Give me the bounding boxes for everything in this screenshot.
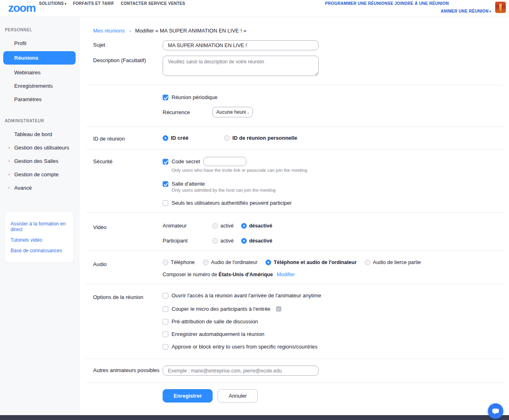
nav-solutions[interactable]: SOLUTIONS▾	[39, 1, 66, 6]
dial-in-country: États-Unis d'Amérique	[219, 272, 273, 277]
waiting-room-row[interactable]: Salle d'attente	[163, 181, 501, 187]
geo-restrict-checkbox[interactable]	[163, 344, 168, 350]
meeting-id-generated-option[interactable]: ID créé	[163, 135, 188, 141]
audio-both-option[interactable]: Téléphone et audio de l'ordinateur	[265, 260, 357, 265]
user-avatar[interactable]	[495, 2, 506, 13]
description-textarea[interactable]	[163, 56, 319, 76]
join-meeting-link[interactable]: SE JOINDRE À UNE RÉUNION	[387, 1, 449, 6]
video-label: Vidéo	[93, 223, 163, 244]
video-host-on-radio[interactable]	[212, 223, 218, 229]
meeting-options-label: Options de la réunion	[93, 292, 163, 350]
auth-only-label: Seuls les utilisateurs authentifiés peuv…	[172, 200, 292, 206]
recurrence-select[interactable]: Aucune heure fixe ⌄	[212, 107, 253, 117]
sidebar-section-personal: PERSONNEL	[0, 25, 79, 36]
sidebar-item-tableau-de-bord[interactable]: Tableau de bord	[3, 128, 76, 141]
video-participant-on-option[interactable]: activé	[212, 238, 234, 244]
info-badge-icon	[276, 306, 281, 312]
waiting-room-checkbox[interactable]	[163, 181, 168, 187]
top-nav: SOLUTIONS▾ FORFAITS ET TARIF CONTACTER S…	[39, 1, 185, 6]
breakout-preassign-checkbox[interactable]	[163, 319, 168, 325]
meeting-options-section: Options de la réunion Ouvrir l'accès à l…	[79, 284, 509, 353]
subject-row: Sujet	[79, 40, 509, 50]
join-before-host-checkbox[interactable]	[163, 293, 168, 299]
zoom-logo[interactable]: zoom	[8, 2, 35, 15]
video-host-label: Animateur	[163, 223, 212, 229]
security-label: Sécurité	[93, 157, 163, 206]
audio-both-radio[interactable]	[265, 260, 271, 265]
video-host-off-radio[interactable]	[241, 223, 247, 229]
option-breakout-preassign[interactable]: Pré-attribution de salle de discussion	[163, 318, 501, 325]
audio-computer-radio[interactable]	[203, 260, 209, 265]
link-video-tutorials[interactable]: Tutoriels vidéo	[11, 235, 67, 245]
passcode-helper: Only users who have the invite link or p…	[172, 168, 501, 173]
recurrence-section-label	[93, 94, 163, 117]
chevron-down-icon: ⌄	[247, 110, 250, 115]
nav-contact-sales[interactable]: CONTACTER SERVICE VENTES	[121, 1, 185, 6]
nav-plans-pricing[interactable]: FORFAITS ET TARIF	[73, 1, 114, 6]
option-join-before-host[interactable]: Ouvrir l'accès à la réunion avant l'arri…	[163, 292, 501, 299]
chevron-right-icon: ›	[8, 158, 10, 164]
sidebar-item-gestion-salles[interactable]: ›Gestion des Salles	[3, 155, 76, 167]
auth-only-row[interactable]: Seuls les utilisateurs authentifiés peuv…	[163, 200, 501, 206]
host-meeting-menu: ANIMER UNE RÉUNION▾	[441, 7, 491, 14]
save-button[interactable]: Enregistrer	[163, 389, 213, 403]
audio-telephone-option[interactable]: Téléphone	[163, 260, 195, 265]
sidebar-item-parametres[interactable]: Paramètres	[3, 93, 76, 106]
cancel-button[interactable]: Annuler	[218, 389, 258, 403]
periodic-meeting-checkbox[interactable]	[163, 95, 168, 100]
help-links-card: Assister à la formation en direct Tutori…	[5, 212, 73, 262]
footer-bar	[0, 415, 509, 420]
option-geo-restrict[interactable]: Approve or block entry to users from spe…	[163, 344, 501, 350]
subject-input[interactable]	[163, 40, 319, 50]
breadcrumb-my-meetings[interactable]: Mes réunions	[93, 28, 125, 34]
chat-fab-button[interactable]	[488, 403, 503, 419]
mute-on-entry-checkbox[interactable]	[163, 306, 168, 312]
audio-third-party-radio[interactable]	[365, 260, 370, 265]
sidebar-item-enregistrements[interactable]: Enregistrements	[3, 80, 76, 92]
recurrence-section: Réunion périodique Récurrence Aucune heu…	[79, 85, 509, 126]
video-participant-off-option[interactable]: désactivé	[241, 238, 272, 244]
video-participant-off-radio[interactable]	[241, 238, 247, 244]
audio-options-row: Téléphone Audio de l'ordinateur Téléphon…	[163, 260, 501, 265]
sidebar-item-webinaires[interactable]: Webinaires	[3, 66, 76, 79]
meeting-id-generated-radio[interactable]	[163, 135, 168, 141]
alt-hosts-section: Autres animateurs possibles	[79, 359, 509, 382]
breadcrumb: Mes réunions › Modifier « MA SUPER ANIMA…	[79, 17, 509, 34]
video-host-off-option[interactable]: désactivé	[241, 223, 272, 229]
sidebar-item-gestion-utilisateurs[interactable]: ›Gestion des utilisateurs	[3, 141, 76, 154]
audio-section: Audio Téléphone Audio de l'ordinateur	[79, 251, 509, 284]
meeting-id-personal-option[interactable]: ID de réunion personnelle	[224, 135, 297, 141]
audio-third-party-option[interactable]: Audio de tierce partie	[365, 260, 421, 265]
sidebar-item-avance[interactable]: ›Avancé	[3, 182, 76, 194]
auth-only-checkbox[interactable]	[163, 200, 168, 206]
option-auto-record[interactable]: Enregistrer automatiquement la réunion	[163, 331, 501, 337]
passcode-checkbox[interactable]	[163, 159, 168, 165]
chevron-right-icon: ›	[8, 184, 10, 191]
alt-hosts-input[interactable]	[163, 366, 319, 376]
option-mute-on-entry[interactable]: Couper le micro des participants à l'ent…	[163, 306, 501, 312]
dial-in-edit-link[interactable]: Modifier	[277, 272, 295, 277]
periodic-meeting-checkbox-row[interactable]: Réunion périodique	[163, 94, 501, 100]
chevron-down-icon: ▾	[489, 10, 491, 13]
audio-telephone-radio[interactable]	[163, 260, 168, 265]
video-participant-on-radio[interactable]	[212, 238, 218, 244]
video-host-on-option[interactable]: activé	[212, 223, 234, 229]
chat-bubble-icon	[492, 409, 499, 413]
passcode-input[interactable]	[203, 157, 246, 166]
actions-spacer	[93, 389, 163, 403]
description-label: Description (Facultatif)	[93, 56, 163, 78]
host-meeting-link[interactable]: ANIMER UNE RÉUNION▾	[441, 9, 491, 13]
sidebar-item-gestion-compte[interactable]: ›Gestion de compte	[3, 168, 76, 181]
video-participant-label: Participant	[163, 238, 212, 244]
audio-computer-option[interactable]: Audio de l'ordinateur	[203, 260, 257, 265]
form-actions: Enregistrer Annuler	[79, 383, 509, 403]
sidebar-item-reunions[interactable]: Réunions	[3, 51, 76, 65]
link-live-training[interactable]: Assister à la formation en direct	[11, 219, 67, 235]
meeting-id-personal-radio[interactable]	[224, 135, 230, 141]
link-knowledge-base[interactable]: Base de connaissances	[11, 245, 67, 256]
sidebar-item-profil[interactable]: Profil	[3, 37, 76, 50]
waiting-room-label: Salle d'attente	[172, 181, 205, 187]
dial-in-row: Composer le numéro de États-Unis d'Améri…	[163, 272, 501, 277]
schedule-meeting-link[interactable]: PROGRAMMER UNE RÉUNION	[325, 1, 388, 6]
auto-record-checkbox[interactable]	[163, 331, 168, 337]
